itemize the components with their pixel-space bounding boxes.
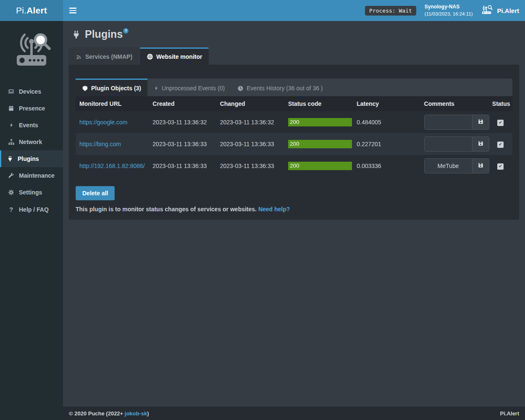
signal-icon xyxy=(76,53,82,60)
app-logo[interactable]: Pi.Alert xyxy=(0,0,63,21)
tab-website-monitor[interactable]: Website monitor xyxy=(140,47,209,65)
app-logo-suffix: Alert xyxy=(26,5,47,16)
col-monitored-url: Monitored URL xyxy=(76,96,149,111)
tab-label: Website monitor xyxy=(156,53,202,60)
monitored-url-link[interactable]: https://google.com xyxy=(79,119,127,126)
wrench-icon xyxy=(7,172,15,179)
navbar-brand: Pi.Alert xyxy=(481,5,519,16)
comment-input[interactable] xyxy=(425,137,472,151)
question-icon: ? xyxy=(7,206,15,213)
comment-input[interactable] xyxy=(425,159,472,173)
created-value: 2023-03-11 13:36:33 xyxy=(149,155,216,177)
website-monitor-panel: Plugin Objects (3) Unprocessed Events (0… xyxy=(69,65,519,219)
laptop-icon xyxy=(7,88,15,95)
status-code-badge: 200 xyxy=(288,118,352,126)
sidebar-item-label: Maintenance xyxy=(19,172,55,179)
footer-copyright: © 2020 Puche (2022+ jokob-sk) xyxy=(69,410,149,417)
save-comment-button[interactable] xyxy=(472,159,489,173)
status-code-badge: 200 xyxy=(288,162,352,170)
created-value: 2023-03-11 13:36:32 xyxy=(149,111,216,133)
monitored-url-link[interactable]: https://bing.com xyxy=(79,141,121,147)
sidebar-item-label: Network xyxy=(19,139,42,145)
cube-icon xyxy=(82,85,88,92)
bolt-icon xyxy=(154,85,159,91)
comment-input-group xyxy=(424,115,489,130)
sidebar-item-maintenance[interactable]: Maintenance xyxy=(0,167,63,184)
latency-value: 0.484005 xyxy=(353,111,420,133)
save-comment-button[interactable] xyxy=(472,115,489,129)
calendar-icon xyxy=(7,105,15,112)
sidebar-item-events[interactable]: Events xyxy=(0,117,63,134)
sidebar-item-label: Presence xyxy=(19,105,45,112)
sidebar-item-devices[interactable]: Devices xyxy=(0,83,63,100)
bolt-icon xyxy=(7,122,15,129)
latency-value: 0.003336 xyxy=(353,155,420,177)
col-status: Status xyxy=(488,96,512,111)
gear-icon xyxy=(7,189,15,196)
col-comments: Comments xyxy=(420,96,488,111)
comment-input-group xyxy=(424,158,489,173)
host-time: (11/03/2023, 16:24:11) xyxy=(425,10,473,18)
status-checkbox[interactable] xyxy=(497,142,504,148)
sidebar-item-presence[interactable]: Presence xyxy=(0,100,63,117)
globe-icon xyxy=(147,53,153,60)
router-scan-icon xyxy=(481,5,494,16)
help-badge-icon[interactable]: ? xyxy=(123,28,129,34)
host-name: Synology-NAS xyxy=(425,3,473,10)
sidebar-item-network[interactable]: Network xyxy=(0,134,63,150)
main-content: Plugins? Services (NMAP) xyxy=(63,21,525,407)
sidebar-item-label: Settings xyxy=(19,189,42,196)
plug-icon xyxy=(6,155,14,162)
top-navbar: Pi.Alert Process: Wait Synology-NAS (11/… xyxy=(0,0,525,21)
navbar-brand-name: Pi.Alert xyxy=(497,7,519,14)
delete-all-button[interactable]: Delete all xyxy=(76,186,115,200)
changed-value: 2023-03-11 13:36:33 xyxy=(216,133,284,155)
comment-input-group xyxy=(424,136,489,152)
status-checkbox[interactable] xyxy=(497,120,504,126)
comment-input[interactable] xyxy=(425,115,472,129)
col-changed: Changed xyxy=(216,96,284,111)
col-created: Created xyxy=(149,96,216,111)
sidebar-toggle-icon[interactable] xyxy=(63,0,82,21)
status-code-badge: 200 xyxy=(288,140,352,148)
page-title: Plugins? xyxy=(85,28,129,40)
col-status-code: Status code xyxy=(284,96,353,111)
plug-icon xyxy=(72,30,81,41)
need-help-link[interactable]: Need help? xyxy=(258,206,290,213)
sidebar-item-help-faq[interactable]: ? Help / FAQ xyxy=(0,201,63,218)
app-logo-prefix: Pi. xyxy=(16,5,26,16)
sidebar-item-label: Plugins xyxy=(18,155,39,162)
tab-label: Unprocessed Events (0) xyxy=(162,85,225,92)
col-latency: Latency xyxy=(353,96,420,111)
navbar-main: Process: Wait Synology-NAS (11/03/2023, … xyxy=(63,0,525,21)
status-checkbox[interactable] xyxy=(497,163,504,170)
created-value: 2023-03-11 13:36:33 xyxy=(149,133,216,155)
sidebar-item-label: Events xyxy=(19,122,38,129)
changed-value: 2023-03-11 13:36:33 xyxy=(216,155,284,177)
tab-plugin-objects[interactable]: Plugin Objects (3) xyxy=(76,79,147,96)
tab-label: Plugin Objects (3) xyxy=(91,85,141,92)
navbar-right: Process: Wait Synology-NAS (11/03/2023, … xyxy=(365,3,525,18)
tab-events-history[interactable]: Events History (36 out of 36 ) xyxy=(231,79,329,96)
jokob-sk-link[interactable]: jokob-sk xyxy=(125,410,147,417)
sidebar-item-label: Devices xyxy=(19,88,41,95)
process-status-badge: Process: Wait xyxy=(365,6,416,16)
sidebar-item-settings[interactable]: Settings xyxy=(0,184,63,201)
table-row: https://bing.com 2023-03-11 13:36:33 202… xyxy=(76,133,512,155)
tab-services-nmap[interactable]: Services (NMAP) xyxy=(69,47,139,65)
sitemap-icon xyxy=(7,139,15,145)
monitored-url-link[interactable]: http://192.168.1.82:8086/ xyxy=(79,163,145,169)
sidebar-menu: Devices Presence Events Network Plugins xyxy=(0,83,63,218)
footer: © 2020 Puche (2022+ jokob-sk) Pi.Alert xyxy=(63,407,525,420)
table-header: Monitored URL Created Changed Status cod… xyxy=(76,96,512,111)
table-row: http://192.168.1.82:8086/ 2023-03-11 13:… xyxy=(76,155,512,177)
save-icon xyxy=(478,118,484,126)
sidebar-item-plugins[interactable]: Plugins xyxy=(0,150,63,167)
save-icon xyxy=(478,162,484,170)
sidebar: Devices Presence Events Network Plugins xyxy=(0,21,63,420)
tab-unprocessed-events[interactable]: Unprocessed Events (0) xyxy=(147,79,231,96)
sidebar-item-label: Help / FAQ xyxy=(19,206,49,213)
tab-label: Services (NMAP) xyxy=(85,53,132,60)
changed-value: 2023-03-11 13:36:32 xyxy=(216,111,284,133)
save-comment-button[interactable] xyxy=(472,137,489,151)
